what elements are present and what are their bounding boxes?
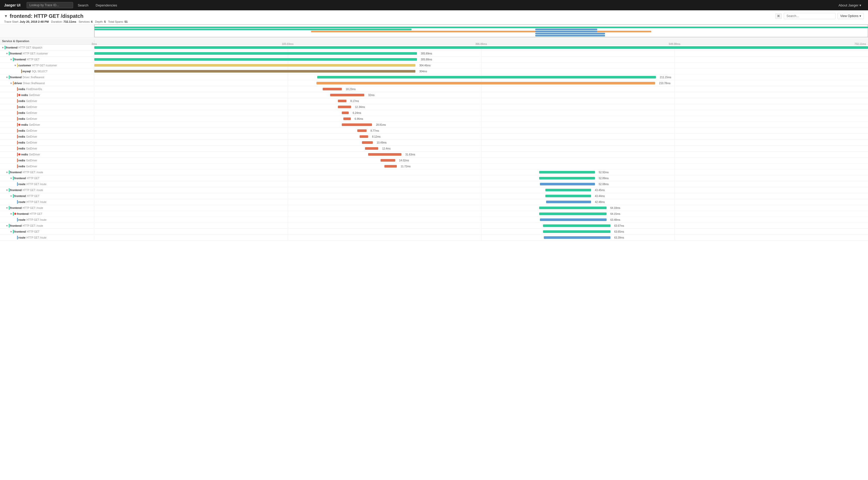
span-row[interactable]: mysqlSQL SELECT304ms [0,68,868,74]
span-time-label: 6.96ms [355,118,363,120]
span-chevron[interactable]: ▼ [9,58,13,61]
span-chevron[interactable]: ▼ [13,64,17,67]
minimap-bar-5 [535,33,605,34]
span-row[interactable]: redisGetDriver10.49ms [0,140,868,146]
span-row[interactable]: ▼frontendDriver::findNearest211.15ms [0,74,868,80]
span-bar [342,123,372,126]
span-label-col: redisGetDriver [0,122,94,127]
span-row[interactable]: ▼frontendHTTP GET: /route43.45ms [0,187,868,193]
span-chevron[interactable]: ▼ [1,46,5,49]
timeline-tick-line [675,199,675,205]
span-row[interactable]: redisFindDriverIDs18.23ms [0,86,868,92]
span-bar [338,100,346,102]
minimap-label-col [0,25,94,37]
view-options-button[interactable]: View Options ▾ [838,13,864,19]
span-chevron [13,236,17,239]
span-bar-col: 8.77ms [94,128,868,133]
span-chevron[interactable]: ▼ [5,75,9,79]
span-row[interactable]: redisGetDriver32ms [0,92,868,98]
span-chevron [13,93,17,97]
span-service-indicator [17,182,18,186]
span-chevron[interactable]: ▼ [5,224,9,227]
span-row[interactable]: routeHTTP GET /route63.39ms [0,235,868,241]
span-operation: GetDriver [29,123,40,126]
span-operation: HTTP GET: /route [23,224,43,227]
span-time-label: 18.23ms [346,88,355,91]
span-row[interactable]: routeHTTP GET /route52.08ms [0,181,868,187]
trace-header: ▼ frontend: HTTP GET /dispatch ⌘ View Op… [0,10,868,25]
trace-search-input[interactable] [784,13,835,19]
span-service-name: redis [21,93,28,97]
span-row[interactable]: redisGetDriver12.4ms [0,146,868,152]
tick-183ms: 183.03ms [282,42,293,45]
trace-body: ▼frontendHTTP GET /dispatch▼frontendHTTP… [0,45,868,241]
span-row[interactable]: redisGetDriver12.34ms [0,104,868,110]
span-row[interactable]: redisGetDriver8.12ms [0,134,868,140]
span-service-indicator [13,194,14,198]
span-time-label: 28.81ms [376,123,386,126]
span-row[interactable]: ▼frontendHTTP GET: /route63.67ms [0,223,868,229]
span-chevron[interactable]: ▼ [9,212,13,216]
span-row[interactable]: ▼frontendHTTP GET305.88ms [0,57,868,63]
span-row[interactable]: redisGetDriver31.63ms [0,152,868,158]
trace-collapse-chevron[interactable]: ▼ [4,14,8,18]
span-service-indicator [13,177,14,180]
span-chevron[interactable]: ▼ [5,170,9,174]
span-row[interactable]: ▼frontendHTTP GET: /route64.18ms [0,205,868,211]
span-label-col: redisGetDriver [0,93,94,97]
span-chevron[interactable]: ▼ [5,52,9,55]
span-chevron[interactable]: ▼ [9,177,13,180]
span-row[interactable]: routeHTTP GET /route63.48ms [0,217,868,223]
span-row[interactable]: routeHTTP GET /route42.48ms [0,199,868,205]
cmd-icon[interactable]: ⌘ [775,13,782,19]
dependencies-button[interactable]: Dependencies [93,2,120,9]
span-row[interactable]: redisGetDriver14.02ms [0,158,868,163]
span-label-col: ▼frontendHTTP GET: /route [0,205,94,210]
span-time-label: 8.12ms [372,135,380,138]
span-label-col: ▼frontendHTTP GET [0,176,94,181]
span-bar [539,177,595,180]
span-chevron[interactable]: ▼ [9,230,13,233]
timeline-tick-line [481,217,482,223]
span-time-label: 31.63ms [405,153,415,156]
search-nav-button[interactable]: Search [75,2,91,9]
span-row[interactable]: redisGetDriver11.72ms [0,163,868,169]
span-row[interactable]: ▼frontendHTTP GET52.89ms [0,175,868,181]
timeline-tick-line [288,163,288,169]
span-row[interactable]: ▼frontendHTTP GET63.65ms [0,229,868,235]
span-service-indicator [13,212,14,216]
span-chevron[interactable]: ▼ [5,188,9,192]
about-button[interactable]: About Jaeger ▾ [836,2,864,9]
span-bar [342,111,349,114]
span-chevron[interactable]: ▼ [9,81,13,85]
timeline-tick-line [481,193,482,199]
span-service-name: redis [18,141,25,144]
span-service-indicator [17,164,18,168]
span-row[interactable]: ▼frontendHTTP GET43.44ms [0,193,868,199]
timeline-tick-line [288,140,288,146]
span-row[interactable]: ▼frontendHTTP GET: /route52.92ms [0,169,868,175]
span-row[interactable]: ▼frontendHTTP GET /dispatch [0,45,868,51]
span-row[interactable]: ▼customerHTTP GET /customer304.46ms [0,63,868,68]
minimap-canvas[interactable] [94,25,868,37]
span-row[interactable]: redisGetDriver8.17ms [0,98,868,104]
span-chevron[interactable]: ▼ [5,206,9,210]
span-row[interactable]: redisGetDriver8.77ms [0,128,868,134]
span-service-indicator [21,69,22,73]
span-operation: HTTP GET /dispatch [19,46,42,49]
span-row[interactable]: ▼driverDriver::findNearest210.78ms [0,80,868,86]
span-operation: FindDriverIDs [26,88,42,91]
span-chevron[interactable]: ▼ [9,194,13,198]
timeline-tick-line [675,128,675,133]
timeline-tick-line [675,181,675,187]
span-row[interactable]: ▼frontendHTTP GET64.15ms [0,211,868,217]
span-row[interactable]: redisGetDriver6.96ms [0,116,868,122]
span-row[interactable]: redisGetDriver6.24ms [0,110,868,116]
span-service-indicator [9,75,9,79]
span-row[interactable]: ▼frontendHTTP GET: /customer305.89ms [0,51,868,57]
span-service-name: mysql [23,70,31,73]
lookup-input[interactable] [27,2,73,8]
span-row[interactable]: redisGetDriver28.81ms [0,122,868,128]
span-label-col: ▼frontendDriver::findNearest [0,75,94,79]
span-service-indicator [17,87,18,91]
